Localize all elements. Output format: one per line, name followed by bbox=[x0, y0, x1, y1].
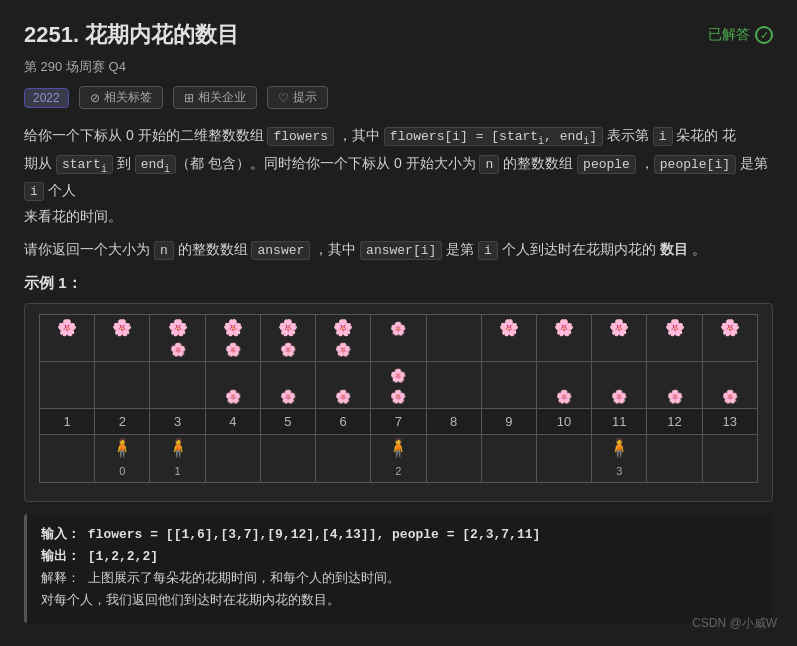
related-tags-label: 相关标签 bbox=[104, 89, 152, 106]
num-cell: 1 bbox=[40, 409, 95, 435]
flower-cell: 🌸 bbox=[371, 315, 426, 362]
flower-cell: 🌸🌸 bbox=[150, 315, 205, 362]
description-p1: 给你一个下标从 0 开始的二维整数数组 flowers ，其中 flowers[… bbox=[24, 123, 773, 229]
contest-info: 第 290 场周赛 Q4 bbox=[24, 58, 773, 76]
flower-row-2: 🌸 🌸 🌸 🌸🌸 🌸 🌸 🌸 🌸 bbox=[40, 362, 758, 409]
num-cell: 4 bbox=[205, 409, 260, 435]
code-answer: answer bbox=[251, 241, 310, 260]
output-line: 输出： [1,2,2,2] bbox=[41, 546, 759, 568]
company-icon: ⊞ bbox=[184, 91, 194, 105]
flower-cell: 🌸 bbox=[702, 315, 757, 362]
person-cell bbox=[536, 435, 591, 483]
flower-cell bbox=[426, 315, 481, 362]
csdn-credit: CSDN @小威W bbox=[692, 615, 777, 632]
page-title: 2251. 花期内花的数目 bbox=[24, 20, 239, 50]
code-people-i: people[i] bbox=[654, 155, 736, 174]
person-cell bbox=[316, 435, 371, 483]
explanation-line2: 对每个人，我们返回他们到达时在花期内花的数目。 bbox=[41, 590, 759, 612]
title-row: 2251. 花期内花的数目 已解答 ✓ bbox=[24, 20, 773, 50]
flower-cell: 🌸🌸 bbox=[205, 315, 260, 362]
code-i3: i bbox=[478, 241, 498, 260]
person-cell: 🧍 1 bbox=[150, 435, 205, 483]
person-cell: 🧍 3 bbox=[592, 435, 647, 483]
num-cell: 13 bbox=[702, 409, 757, 435]
number-row: 1 2 3 4 5 6 7 8 9 10 11 12 13 bbox=[40, 409, 758, 435]
flower-cell: 🌸 bbox=[260, 362, 315, 409]
person-cell bbox=[40, 435, 95, 483]
flower-cell: 🌸 bbox=[647, 362, 702, 409]
explanation-line1: 解释： 上图展示了每朵花的花期时间，和每个人的到达时间。 bbox=[41, 568, 759, 590]
flower-cell bbox=[40, 362, 95, 409]
num-cell: 11 bbox=[592, 409, 647, 435]
check-icon: ✓ bbox=[755, 26, 773, 44]
flower-cell: 🌸 bbox=[592, 362, 647, 409]
num-cell: 8 bbox=[426, 409, 481, 435]
person-cell bbox=[205, 435, 260, 483]
flower-row-1: 🌸 🌸 🌸🌸 🌸🌸 🌸🌸 🌸🌸 🌸 🌸 🌸 🌸 🌸 🌸 bbox=[40, 315, 758, 362]
person-cell bbox=[426, 435, 481, 483]
person-cell: 🧍 2 bbox=[371, 435, 426, 483]
related-companies-button[interactable]: ⊞ 相关企业 bbox=[173, 86, 257, 109]
code-n2: n bbox=[154, 241, 174, 260]
code-answer-i: answer[i] bbox=[360, 241, 442, 260]
flower-cell: 🌸 bbox=[536, 362, 591, 409]
code-i: i bbox=[653, 127, 673, 146]
example1-title: 示例 1： bbox=[24, 274, 773, 293]
num-cell: 9 bbox=[481, 409, 536, 435]
flower-cell bbox=[426, 362, 481, 409]
person-cell: 🧍 0 bbox=[95, 435, 150, 483]
hint-button[interactable]: ♡ 提示 bbox=[267, 86, 328, 109]
explanation-text: 上图展示了每朵花的花期时间，和每个人的到达时间。 bbox=[88, 571, 400, 586]
input-label: 输入： bbox=[41, 527, 80, 542]
input-value: flowers = [[1,6],[3,7],[9,12],[4,13]], p… bbox=[88, 527, 540, 542]
flower-cell: 🌸 bbox=[702, 362, 757, 409]
year-tag: 2022 bbox=[24, 88, 69, 108]
num-cell: 2 bbox=[95, 409, 150, 435]
flower-cell bbox=[95, 362, 150, 409]
solved-badge: 已解答 ✓ bbox=[708, 26, 773, 44]
output-value: [1,2,2,2] bbox=[88, 549, 158, 564]
person-cell bbox=[702, 435, 757, 483]
input-line: 输入： flowers = [[1,6],[3,7],[9,12],[4,13]… bbox=[41, 524, 759, 546]
flower-cell: 🌸🌸 bbox=[371, 362, 426, 409]
description: 给你一个下标从 0 开始的二维整数数组 flowers ，其中 flowers[… bbox=[24, 123, 773, 262]
flower-cell: 🌸 bbox=[647, 315, 702, 362]
num-cell: 6 bbox=[316, 409, 371, 435]
related-companies-label: 相关企业 bbox=[198, 89, 246, 106]
person-cell bbox=[481, 435, 536, 483]
flower-cell: 🌸 bbox=[95, 315, 150, 362]
num-cell: 7 bbox=[371, 409, 426, 435]
flower-cell: 🌸🌸 bbox=[316, 315, 371, 362]
description-p2: 请你返回一个大小为 n 的整数数组 answer ，其中 answer[i] 是… bbox=[24, 237, 773, 262]
output-label: 输出： bbox=[41, 549, 80, 564]
explanation-label: 解释： bbox=[41, 571, 80, 586]
code-i2: i bbox=[24, 182, 44, 201]
flower-table: 🌸 🌸 🌸🌸 🌸🌸 🌸🌸 🌸🌸 🌸 🌸 🌸 🌸 🌸 🌸 🌸 bbox=[39, 314, 758, 483]
flower-cell: 🌸🌸 bbox=[260, 315, 315, 362]
tag-icon: ⊘ bbox=[90, 91, 100, 105]
person-row: 🧍 0 🧍 1 🧍 2 🧍 3 bbox=[40, 435, 758, 483]
code-start: starti bbox=[56, 155, 113, 174]
tags-row: 2022 ⊘ 相关标签 ⊞ 相关企业 ♡ 提示 bbox=[24, 86, 773, 109]
flower-cell: 🌸 bbox=[205, 362, 260, 409]
related-tags-button[interactable]: ⊘ 相关标签 bbox=[79, 86, 163, 109]
flower-cell: 🌸 bbox=[536, 315, 591, 362]
flower-cell: 🌸 bbox=[592, 315, 647, 362]
code-end: endi bbox=[135, 155, 176, 174]
solved-label: 已解答 bbox=[708, 26, 750, 44]
example1-container: 🌸 🌸 🌸🌸 🌸🌸 🌸🌸 🌸🌸 🌸 🌸 🌸 🌸 🌸 🌸 🌸 bbox=[24, 303, 773, 502]
code-block: 输入： flowers = [[1,6],[3,7],[9,12],[4,13]… bbox=[24, 514, 773, 622]
hint-icon: ♡ bbox=[278, 91, 289, 105]
flower-cell: 🌸 bbox=[316, 362, 371, 409]
flower-cell bbox=[150, 362, 205, 409]
flower-cell: 🌸 bbox=[481, 315, 536, 362]
code-people: people bbox=[577, 155, 636, 174]
flower-cell: 🌸 bbox=[40, 315, 95, 362]
num-cell: 5 bbox=[260, 409, 315, 435]
num-cell: 12 bbox=[647, 409, 702, 435]
code-n: n bbox=[479, 155, 499, 174]
hint-label: 提示 bbox=[293, 89, 317, 106]
code-flowers-i: flowers[i] = [starti, endi] bbox=[384, 127, 603, 146]
person-cell bbox=[647, 435, 702, 483]
person-cell bbox=[260, 435, 315, 483]
